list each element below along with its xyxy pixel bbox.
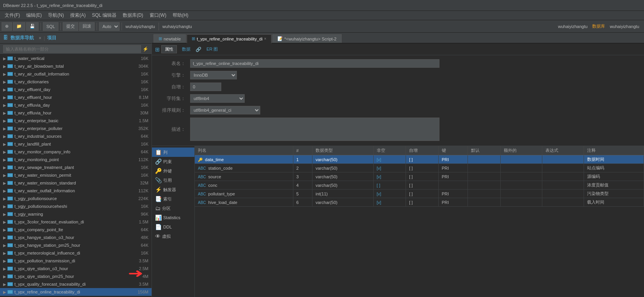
sidebar-item[interactable]: ▶ t_water_vertical 16K bbox=[0, 54, 152, 62]
sidebar-item[interactable]: ▶ t_wry_dictionaries 16K bbox=[0, 78, 152, 86]
tab-script[interactable]: 📝 *<wuhaiyizhangtu> Script-2 bbox=[272, 34, 342, 43]
table-row[interactable]: ABC pollutant_type 5 int(11) [v] [ ] PRI… bbox=[195, 190, 644, 198]
table-row[interactable]: 🔑 data_time 1 varchar(50) [v] [ ] PRI 数据… bbox=[195, 155, 644, 164]
sidebar-item[interactable]: ▶ t_ypx_qiye_station_o3_hour 2.5M bbox=[0, 265, 152, 272]
sidebar-item[interactable]: ▶ t_ypx_qiye_station_pm25_hour 4M bbox=[0, 272, 152, 280]
sidebar-item[interactable]: ▶ t_wry_landfill_plant 16K bbox=[0, 140, 152, 148]
tab-active-table[interactable]: ⊞ t_ypx_refine_online_traceability_di × bbox=[187, 34, 272, 44]
menu-sql-editor[interactable]: SQL 编辑器 bbox=[89, 11, 120, 19]
sidebar-item[interactable]: ▶ t_wry_water_outfall_information 112K bbox=[0, 187, 152, 195]
tab-newtable[interactable]: ⊞ newtable bbox=[154, 34, 186, 43]
expand-icon[interactable]: ▶ bbox=[3, 267, 6, 271]
expand-icon[interactable]: ▶ bbox=[3, 103, 6, 107]
expand-icon[interactable]: ▶ bbox=[3, 158, 6, 162]
table-row[interactable]: ABC hive_load_date 6 varchar(50) [v] [ ]… bbox=[195, 198, 644, 207]
tree-item-分区[interactable]: 🗂 分区 bbox=[152, 204, 194, 213]
subtab-data[interactable]: 数据 bbox=[178, 45, 194, 53]
tree-item-引用[interactable]: 📎 引用 bbox=[152, 176, 194, 185]
sidebar-item[interactable]: ▶ t_ygjy_warning 96K bbox=[0, 210, 152, 218]
menu-window[interactable]: 窗口(W) bbox=[146, 11, 169, 19]
expand-icon[interactable]: ▶ bbox=[3, 235, 6, 240]
table-row[interactable]: ABC conc 4 varchar(50) [ ] [ ] 浓度贡献值 bbox=[195, 181, 644, 190]
sidebar-item[interactable]: ▶ t_ygjy_pollutionsourceheshi 16K bbox=[0, 202, 152, 210]
sidebar-search-input[interactable] bbox=[3, 45, 141, 53]
table-row[interactable]: ABC source 3 varchar(50) [v] [ ] PRI 源编码 bbox=[195, 172, 644, 181]
expand-icon[interactable]: ▶ bbox=[3, 282, 6, 286]
expand-icon[interactable]: ▶ bbox=[3, 56, 6, 61]
sidebar-item[interactable]: ▶ t_wry_sewage_treatment_plant 16K bbox=[0, 163, 152, 171]
sidebar-item[interactable]: ▶ t_wry_effluent_day 16K bbox=[0, 86, 152, 93]
sidebar-item[interactable]: ▶ t_wry_water_emission_standard 32M bbox=[0, 179, 152, 187]
expand-icon[interactable]: ▶ bbox=[3, 150, 6, 154]
sidebar-item[interactable]: ▶ t_ypx_hangye_station_o3_hour 48K bbox=[0, 234, 152, 241]
form-select-engine[interactable]: InnoDB bbox=[190, 71, 237, 79]
toolbar-sql-btn[interactable]: SQL bbox=[43, 22, 58, 31]
sidebar-tab-project[interactable]: 项目 bbox=[47, 35, 56, 41]
tree-item-虚拟[interactable]: 👁 虚拟 bbox=[152, 232, 194, 241]
expand-icon[interactable]: ▶ bbox=[3, 228, 6, 232]
sidebar-item[interactable]: ▶ t_wry_effluvia_hour 30M bbox=[0, 109, 152, 117]
tab-active-close[interactable]: × bbox=[264, 37, 266, 41]
toolbar-commit-btn[interactable]: 提交 bbox=[63, 22, 78, 31]
sidebar-item[interactable]: ▶ t_ypx_quality_forecast_traceability_di… bbox=[0, 280, 152, 288]
tree-item-DDL[interactable]: 📄 DDL bbox=[152, 222, 194, 232]
expand-icon[interactable]: ▶ bbox=[3, 111, 6, 115]
sidebar-tab-db[interactable]: 🗄 数据库导航 bbox=[3, 35, 34, 41]
toolbar-new-btn[interactable]: ⊕ bbox=[2, 22, 12, 31]
sidebar-item[interactable]: ▶ t_ygjy_pollutionsource 224K bbox=[0, 195, 152, 202]
subtab-properties[interactable]: 属性 bbox=[161, 45, 177, 53]
expand-icon[interactable]: ▶ bbox=[3, 189, 6, 193]
toolbar-rollback-btn[interactable]: 回滚 bbox=[79, 22, 95, 31]
expand-icon[interactable]: ▶ bbox=[3, 165, 6, 170]
sidebar-item[interactable]: ▶ t_wry_enterprise_basic 1.5M bbox=[0, 117, 152, 125]
sidebar-item[interactable]: ▶ t_ypx_3color_forecast_evaluation_di 1.… bbox=[0, 218, 152, 226]
expand-icon[interactable]: ▶ bbox=[3, 127, 6, 131]
tree-item-列[interactable]: 📋 列 bbox=[152, 148, 194, 157]
toolbar-auto-select[interactable]: Auto bbox=[99, 22, 120, 31]
menu-edit[interactable]: 编辑(E) bbox=[23, 11, 45, 19]
expand-icon[interactable]: ▶ bbox=[3, 72, 6, 76]
sidebar-item[interactable]: ▶ t_wry_water_emission_permit 16K bbox=[0, 171, 152, 179]
expand-icon[interactable]: ▶ bbox=[3, 64, 6, 69]
expand-icon[interactable]: ▶ bbox=[3, 80, 6, 84]
table-row[interactable]: ABC station_code 2 varchar(50) [v] [ ] P… bbox=[195, 164, 644, 172]
sidebar-item[interactable]: ▶ t_wry_air_blowdown_total 304K bbox=[0, 62, 152, 70]
menu-database[interactable]: 数据库(D) bbox=[120, 11, 146, 19]
filter-icon[interactable]: ⚡ bbox=[143, 46, 148, 52]
menu-help[interactable]: 帮助(H) bbox=[169, 11, 192, 19]
tree-item-触发器[interactable]: ⚡ 触发器 bbox=[152, 185, 194, 194]
expand-icon[interactable]: ▶ bbox=[3, 173, 6, 177]
form-select-collation[interactable]: utf8mb4_general_ci bbox=[190, 106, 260, 114]
toolbar-open-btn[interactable]: 📁 bbox=[13, 22, 25, 31]
form-input-tablename[interactable] bbox=[190, 59, 439, 68]
menu-file[interactable]: 文件(F) bbox=[2, 11, 23, 19]
expand-icon[interactable]: ▶ bbox=[3, 134, 6, 139]
expand-icon[interactable]: ▶ bbox=[3, 259, 6, 263]
expand-icon[interactable]: ▶ bbox=[3, 88, 6, 92]
sidebar-item[interactable]: ▶ t_wry_enterprise_polluter 352K bbox=[0, 125, 152, 132]
sidebar-item[interactable]: ▶ t_ypx_hangye_station_pm25_hour 64K bbox=[0, 241, 152, 249]
expand-icon[interactable]: ▶ bbox=[3, 220, 6, 224]
menu-navigate[interactable]: 导航(N) bbox=[45, 11, 67, 19]
form-select-charset[interactable]: utf8mb4 bbox=[190, 94, 245, 103]
expand-icon[interactable]: ▶ bbox=[3, 95, 6, 100]
form-textarea-desc[interactable] bbox=[190, 118, 439, 141]
tree-item-索引[interactable]: 📑 索引 bbox=[152, 194, 194, 204]
expand-icon[interactable]: ▶ bbox=[3, 243, 6, 248]
subtab-er[interactable]: ER 图 bbox=[203, 45, 221, 53]
expand-icon[interactable]: ▶ bbox=[3, 251, 6, 255]
expand-icon[interactable]: ▶ bbox=[3, 197, 6, 201]
sidebar-item[interactable]: ▶ t_wry_effluent_hour 8.1M bbox=[0, 93, 152, 101]
sidebar-item[interactable]: ▶ t_wry_effluvia_day 16K bbox=[0, 101, 152, 109]
sidebar-item[interactable]: ▶ t_wry_monitoring_point 112K bbox=[0, 156, 152, 163]
form-input-autoinc[interactable] bbox=[190, 83, 221, 91]
expand-icon[interactable]: ▶ bbox=[3, 142, 6, 146]
sidebar-item[interactable]: ▶ t_ypx_company_point_lte 64K bbox=[0, 226, 152, 234]
tree-item-Statistics[interactable]: 📊 Statistics bbox=[152, 213, 194, 222]
tree-item-外键[interactable]: 🔑 外键 bbox=[152, 166, 194, 176]
expand-icon[interactable]: ▶ bbox=[3, 181, 6, 185]
sidebar-item[interactable]: ▶ t_wry_monitor_company_info 64K bbox=[0, 148, 152, 156]
sidebar-item[interactable]: ▶ t_ypx_refine_online_traceability_di 15… bbox=[0, 288, 152, 296]
sidebar-item[interactable]: ▶ t_wry_industrial_sources 64K bbox=[0, 132, 152, 140]
sidebar-item[interactable]: ▶ t_wry_air_outfall_information 16K bbox=[0, 70, 152, 78]
